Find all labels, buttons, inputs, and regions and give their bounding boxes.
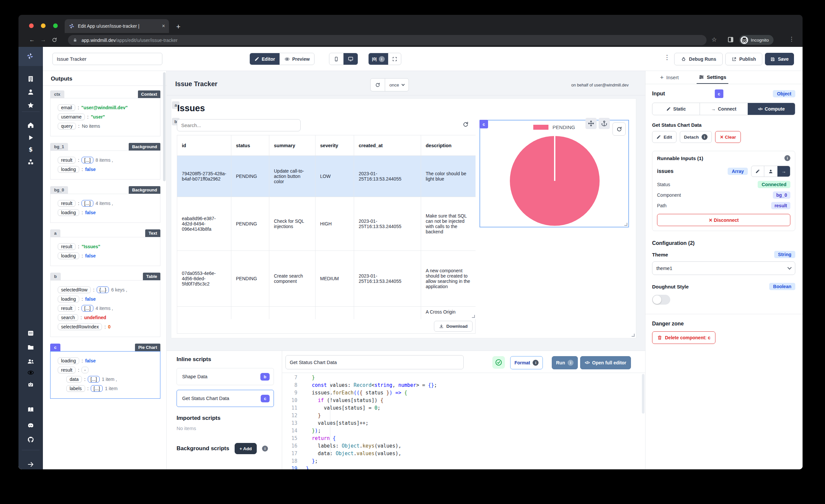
table-row[interactable]: 07da0553-4e6e-4d56-8ded-5fd0f7d5c3c2PEND… [177,251,476,307]
sidebar-users-icon[interactable] [27,358,34,365]
output-row-labels[interactable]: labels:[...]1 item [66,385,157,392]
sidebar-cubes-icon[interactable] [27,158,34,166]
inline-script-item[interactable]: Get Status Chart Datac [176,390,274,407]
script-name-input[interactable] [286,355,464,369]
minimize-window-button[interactable] [41,23,46,28]
pie-refresh-button[interactable] [612,123,626,136]
static-mode-button[interactable] [751,166,764,176]
edit-button[interactable]: Edit [652,131,676,143]
run-button[interactable]: Runi [552,356,578,369]
column-header-severity[interactable]: severity [315,135,354,156]
table-row-partial[interactable]: A Cross Origin [177,307,476,319]
output-row-loading[interactable]: loading:false [58,357,157,364]
inline-script-item[interactable]: Shape Datab [176,368,274,385]
refresh-mode-select[interactable]: once [385,79,408,91]
output-component-chip[interactable]: bg_0 [50,186,68,194]
collapsed-value[interactable]: [...] [91,385,102,392]
zoom-window-button[interactable] [53,23,58,28]
static-button[interactable]: Static [653,103,700,115]
pie-chart-component[interactable]: c PENDING [479,120,629,227]
legend-label[interactable]: PENDING [552,125,575,130]
output-row-email[interactable]: email:"user@windmill.dev" [58,104,157,111]
sidebar-robot-icon[interactable] [27,381,34,388]
theme-select[interactable]: theme1 [652,262,795,275]
fullscreen-button[interactable] [388,53,401,65]
table-search-input[interactable] [177,119,301,131]
code-line[interactable]: 7 } [285,374,643,381]
code-line[interactable]: 11 values[status] = 0; [285,404,643,412]
tab-editor[interactable]: Editor [250,53,280,65]
clear-button[interactable]: ✕ Clear [715,131,741,143]
output-component-chip[interactable]: c [50,344,60,351]
browser-tab[interactable]: Edit App u/user/issue-tracker | × [65,19,169,33]
output-row-query[interactable]: query:No items [58,123,157,129]
column-header-summary[interactable]: summary [269,135,315,156]
code-line[interactable]: 16 labels: Object.keys(values), [285,442,643,450]
output-row-result[interactable]: result:[...]4 items , [58,200,157,207]
output-row-search[interactable]: search:undefined [58,314,157,321]
doughnut-toggle[interactable] [652,295,670,305]
canvas-grid[interactable]: a Issues b idstatussummaryseveritycreate… [171,98,636,338]
table-row[interactable]: 794208f5-2735-428a-b4af-b071ff0a2962PEND… [177,156,476,197]
output-row-data[interactable]: data:[...]1 item , [66,376,157,382]
new-tab-button[interactable]: + [176,22,180,31]
output-row-loading[interactable]: loading:false [58,253,157,259]
save-button[interactable]: Save [765,53,794,65]
output-row-loading[interactable]: loading:false [58,296,157,302]
code-line[interactable]: 9 issues.forEach(({ status }) => { [285,389,643,397]
code-line[interactable]: 10 if (!values[status]) { [285,397,643,404]
delete-component-button[interactable]: Delete component: c [652,332,716,344]
sidebar-calendar-icon[interactable] [27,330,34,337]
output-component-chip[interactable]: ctx [50,90,64,98]
side-panel-icon[interactable] [728,37,733,42]
collapsed-value[interactable]: [...] [81,200,93,207]
collapsed-value[interactable]: [...] [88,376,99,382]
output-component-chip[interactable]: a [50,229,60,237]
output-row-username[interactable]: username:"user" [58,114,157,120]
component-anchor-button[interactable] [599,118,610,129]
sidebar-home-icon[interactable] [27,122,34,129]
output-row-selectedRow[interactable]: selectedRow:{...}6 keys , [58,286,157,293]
column-header-created_at[interactable]: created_at [354,135,421,156]
code-line[interactable]: 13 values[status]++; [285,420,643,427]
collapsed-value[interactable]: - [81,367,88,373]
sidebar-building-icon[interactable] [27,75,34,82]
reload-icon[interactable] [49,37,60,43]
code-editor[interactable]: 7 }8 const values: Record<string, number… [285,374,643,470]
hide-panels-button[interactable]: |0|i [369,53,388,65]
add-background-script-button[interactable]: + Add [235,443,257,454]
output-row-selectedRowIndex[interactable]: selectedRowIndex:0 [58,323,157,330]
collapsed-value[interactable]: [...] [81,157,93,163]
mobile-view-button[interactable] [329,53,344,65]
address-bar[interactable]: app.windmill.dev/apps/edit/u/user/issue-… [68,35,706,45]
code-line[interactable]: 17 data: Object.values(values), [285,450,643,457]
user-mode-button[interactable] [764,166,777,176]
pie-resize-handle[interactable] [624,223,627,226]
tab-preview[interactable]: Preview [280,53,314,65]
close-window-button[interactable] [29,23,34,28]
more-menu-icon[interactable]: ⋮ [664,54,670,61]
canvas-refresh-button[interactable] [371,79,385,91]
tab-close-icon[interactable]: × [159,23,165,29]
sidebar-github-icon[interactable] [27,436,34,443]
windmill-logo-icon[interactable] [26,53,34,60]
desktop-view-button[interactable] [344,53,358,65]
sidebar-discord-icon[interactable] [27,422,34,429]
sidebar-eye-icon[interactable] [27,369,34,376]
text-component-issues[interactable]: Issues [177,103,205,114]
sidebar-book-icon[interactable] [27,406,34,413]
sidebar-star-icon[interactable] [27,102,34,109]
open-full-editor-button[interactable]: </>Open full editor [580,356,631,369]
code-line[interactable]: 18 }; [285,457,643,465]
traffic-lights[interactable] [29,23,58,29]
format-button[interactable]: Formati [510,356,543,369]
column-header-id[interactable]: id [177,135,231,156]
code-line[interactable]: 15 return { [285,435,643,442]
back-icon[interactable]: ← [26,37,38,43]
detach-button[interactable]: Detachi [680,131,712,143]
table-row[interactable]: eaba8d96-e387-4d2d-8494-096e4143b8faPEND… [177,197,476,251]
code-line[interactable]: 12 } [285,412,643,420]
collapsed-value[interactable]: {...} [97,286,109,293]
code-line[interactable]: 8 const values: Record<string, number> =… [285,381,643,389]
code-line[interactable]: 14 }); [285,427,643,435]
